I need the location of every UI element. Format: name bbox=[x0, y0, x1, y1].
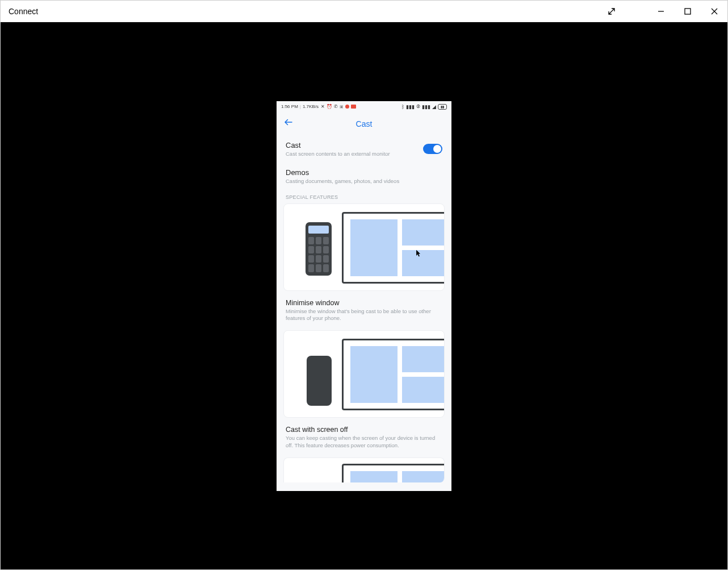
whatsapp-icon: ✆ bbox=[334, 104, 338, 109]
minimize-button[interactable] bbox=[647, 1, 674, 22]
third-illustration-card bbox=[283, 457, 445, 482]
status-time: 1:56 PM bbox=[281, 104, 298, 109]
titlebar[interactable]: Connect bbox=[1, 1, 727, 22]
maximize-icon bbox=[684, 7, 692, 15]
screenoff-title: Cast with screen off bbox=[286, 426, 442, 434]
phone-body[interactable]: Cast Cast screen contents to an external… bbox=[277, 135, 451, 482]
cast-subtitle: Cast screen contents to an external moni… bbox=[286, 151, 423, 157]
youtube-icon bbox=[351, 105, 356, 109]
volte-icon: ⦿ bbox=[416, 105, 420, 109]
window-title: Connect bbox=[9, 7, 598, 16]
cast-toggle-row[interactable]: Cast Cast screen contents to an external… bbox=[277, 135, 451, 163]
cast-title: Cast bbox=[286, 141, 423, 149]
cast-toggle[interactable] bbox=[423, 144, 442, 154]
wifi-icon: ◢ bbox=[432, 104, 436, 110]
minimise-subtitle: Minimise the window that's being cast to… bbox=[286, 308, 442, 323]
status-net-speed: 1.7KB/s bbox=[303, 104, 319, 109]
special-features-header: SPECIAL FEATURES bbox=[277, 190, 451, 203]
monitor-illustration bbox=[342, 212, 445, 284]
close-button[interactable] bbox=[701, 1, 727, 22]
remote-illustration bbox=[306, 222, 332, 276]
monitor-illustration-3 bbox=[342, 464, 445, 482]
minimise-feature[interactable]: Minimise window Minimise the window that… bbox=[277, 296, 451, 331]
app-window: Connect 1:56 PM | 1.7KB/s ✕ ⏰ ✆ bbox=[0, 0, 728, 570]
bluetooth-icon: ᛒ bbox=[401, 104, 404, 110]
page-title: Cast bbox=[277, 119, 451, 128]
battery-icon: ▮▮ bbox=[438, 104, 447, 110]
phone-statusbar: 1:56 PM | 1.7KB/s ✕ ⏰ ✆ ▣ ᛒ ▮▮▮ ⦿ ▮▮▮ ◢ bbox=[277, 101, 451, 113]
cursor-icon bbox=[416, 249, 421, 257]
screenoff-subtitle: You can keep casting when the screen of … bbox=[286, 435, 442, 450]
close-icon bbox=[710, 7, 718, 15]
demos-subtitle: Casting documents, games, photos, and vi… bbox=[286, 178, 442, 184]
record-icon bbox=[345, 105, 349, 109]
screenoff-feature[interactable]: Cast with screen off You can keep castin… bbox=[277, 422, 451, 457]
phone-header: Cast bbox=[277, 113, 451, 135]
minimise-illustration-card bbox=[283, 203, 445, 291]
signal-2-icon: ▮▮▮ bbox=[422, 104, 430, 110]
svg-rect-0 bbox=[685, 9, 691, 14]
demos-title: Demos bbox=[286, 168, 442, 177]
placeholder-icon: ▣ bbox=[340, 105, 344, 109]
demos-row[interactable]: Demos Casting documents, games, photos, … bbox=[277, 163, 451, 190]
signal-1-icon: ▮▮▮ bbox=[406, 104, 415, 110]
alarm-icon: ⏰ bbox=[327, 104, 332, 109]
monitor-illustration-2 bbox=[342, 339, 445, 410]
expand-icon bbox=[608, 7, 616, 15]
dnd-icon: ✕ bbox=[321, 104, 325, 109]
fullscreen-button[interactable] bbox=[598, 1, 625, 22]
minimise-title: Minimise window bbox=[286, 299, 442, 307]
minimize-icon bbox=[657, 7, 665, 15]
maximize-button[interactable] bbox=[674, 1, 701, 22]
phone-off-illustration bbox=[307, 356, 332, 406]
phone-screen[interactable]: 1:56 PM | 1.7KB/s ✕ ⏰ ✆ ▣ ᛒ ▮▮▮ ⦿ ▮▮▮ ◢ bbox=[277, 101, 451, 491]
screenoff-illustration-card bbox=[283, 330, 445, 418]
mirror-surface: 1:56 PM | 1.7KB/s ✕ ⏰ ✆ ▣ ᛒ ▮▮▮ ⦿ ▮▮▮ ◢ bbox=[1, 22, 727, 569]
